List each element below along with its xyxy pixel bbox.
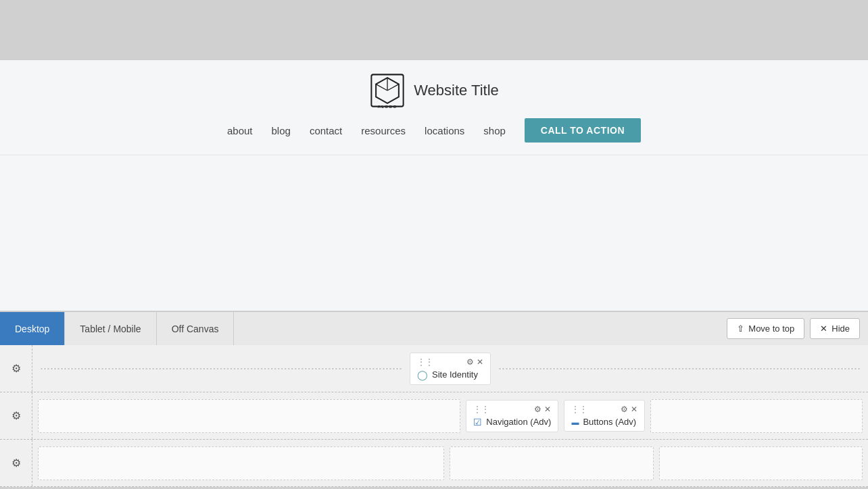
tab-desktop[interactable]: Desktop [0, 312, 65, 345]
site-title: Website Title [414, 82, 499, 99]
table-row: ⚙ ⋮⋮ ⚙ ✕ ☑ Navigation (Adv) [0, 392, 868, 440]
row1-gear-button[interactable]: ⚙ [11, 362, 21, 375]
site-identity-label: Site Identity [432, 369, 478, 380]
nav-blog[interactable]: blog [272, 125, 291, 136]
svg-line-3 [387, 84, 399, 91]
drag-handle-icon[interactable]: ⋮⋮ [417, 357, 433, 367]
builder-rows: ⚙ ⋮⋮ ⚙ ✕ ◯ Site Identity [0, 345, 868, 487]
cta-button[interactable]: CALL TO ACTION [525, 118, 641, 143]
nav-locations[interactable]: locations [425, 125, 464, 136]
hide-button[interactable]: ✕ Hide [810, 318, 860, 339]
navigation-icon: ☑ [473, 417, 482, 428]
tab-tablet-mobile[interactable]: Tablet / Mobile [65, 312, 156, 345]
svg-line-4 [376, 84, 387, 91]
row2-content: ⋮⋮ ⚙ ✕ ☑ Navigation (Adv) ⋮⋮ ⚙ ✕ [32, 392, 868, 439]
svg-text:ALOGO: ALOGO [378, 105, 397, 109]
site-branding: ALOGO Website Title [369, 72, 499, 109]
preview-content [0, 155, 868, 311]
toolbar-actions: ⇧ Move to top ✕ Hide [727, 318, 868, 339]
row3-right-empty [659, 446, 863, 480]
nav-contact[interactable]: contact [310, 125, 342, 136]
row2-gear-button[interactable]: ⚙ [11, 409, 21, 422]
row1-settings: ⚙ [0, 345, 32, 392]
site-logo: ALOGO [369, 72, 406, 109]
widget-gear-icon[interactable]: ⚙ [534, 405, 541, 414]
row2-settings: ⚙ [0, 392, 32, 439]
row3-content [32, 440, 868, 486]
top-gray-area [0, 0, 868, 59]
row3-left-empty [38, 446, 444, 480]
chevron-up-icon: ⇧ [737, 324, 744, 334]
widget-close-icon[interactable]: ✕ [544, 405, 551, 414]
widget-controls: ⚙ ✕ [534, 405, 551, 414]
widget-controls: ⚙ ✕ [466, 357, 483, 367]
buttons-adv-widget: ⋮⋮ ⚙ ✕ ▬ Buttons (Adv) [564, 400, 645, 432]
widget-close-icon[interactable]: ✕ [477, 357, 483, 367]
nav-resources[interactable]: resources [361, 125, 406, 136]
table-row: ⚙ ⋮⋮ ⚙ ✕ ◯ Site Identity [0, 345, 868, 392]
tab-off-canvas[interactable]: Off Canvas [157, 312, 235, 345]
site-identity-widget: ⋮⋮ ⚙ ✕ ◯ Site Identity [410, 353, 491, 385]
widget-label: ◯ Site Identity [417, 369, 483, 380]
widget-header: ⋮⋮ ⚙ ✕ [473, 405, 551, 414]
move-to-top-button[interactable]: ⇧ Move to top [727, 318, 804, 339]
widget-close-icon[interactable]: ✕ [631, 405, 637, 414]
widget-label: ▬ Buttons (Adv) [571, 417, 637, 427]
buttons-icon: ▬ [571, 418, 579, 426]
row1-right-empty [499, 368, 860, 369]
close-icon: ✕ [820, 324, 827, 334]
drag-handle-icon[interactable]: ⋮⋮ [571, 405, 587, 414]
widget-header: ⋮⋮ ⚙ ✕ [417, 357, 483, 367]
row3-gear-button[interactable]: ⚙ [11, 457, 21, 469]
tabs-container: Desktop Tablet / Mobile Off Canvas [0, 312, 234, 345]
nav-shop[interactable]: shop [483, 125, 506, 136]
row2-right-empty [650, 399, 863, 433]
table-row: ⚙ [0, 440, 868, 487]
widget-gear-icon[interactable]: ⚙ [621, 405, 628, 414]
row2-left-empty [38, 399, 460, 433]
hide-label: Hide [831, 324, 850, 334]
row1-left-empty [41, 368, 402, 369]
nav-about[interactable]: about [227, 125, 253, 136]
widget-gear-icon[interactable]: ⚙ [466, 357, 474, 367]
widget-label: ☑ Navigation (Adv) [473, 417, 551, 428]
move-to-top-label: Move to top [748, 324, 794, 334]
site-navigation: about blog contact resources locations s… [227, 118, 641, 143]
navigation-adv-widget: ⋮⋮ ⚙ ✕ ☑ Navigation (Adv) [466, 400, 558, 432]
buttons-adv-label: Buttons (Adv) [583, 417, 636, 427]
site-header: ALOGO Website Title about blog contact r… [0, 60, 868, 155]
preview-area: ALOGO Website Title about blog contact r… [0, 59, 868, 311]
drag-handle-icon[interactable]: ⋮⋮ [473, 405, 489, 414]
widget-controls: ⚙ ✕ [621, 405, 637, 414]
widget-header: ⋮⋮ ⚙ ✕ [571, 405, 637, 414]
site-identity-icon: ◯ [417, 369, 428, 380]
row3-center-empty [450, 446, 654, 480]
navigation-adv-label: Navigation (Adv) [486, 417, 551, 427]
row3-settings: ⚙ [0, 440, 32, 486]
builder-toolbar: Desktop Tablet / Mobile Off Canvas ⇧ Mov… [0, 311, 868, 345]
